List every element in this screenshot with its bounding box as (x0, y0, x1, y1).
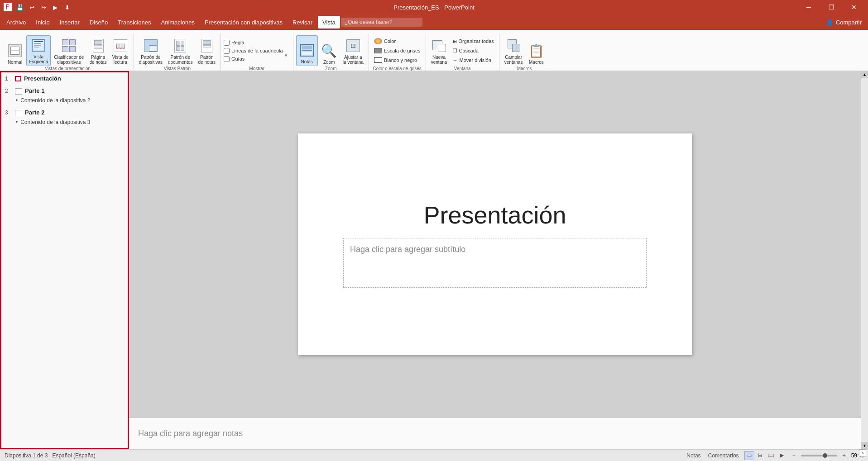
outline-num-3: 3 (5, 109, 12, 116)
outline-item-3[interactable]: 3 Parte 2 • Contenido de la diapositiva … (1, 106, 128, 128)
notes-master-label: Patrónde notas (198, 55, 216, 65)
slide-subtitle-box[interactable]: Haga clic para agregar subtítulo (343, 238, 647, 288)
search-input[interactable] (341, 18, 422, 27)
move-split-label: Mover división (460, 57, 491, 63)
cascade-button[interactable]: ❐ Cascada (451, 46, 496, 55)
bullet-dot-icon: • (16, 97, 18, 104)
macros-button[interactable]: 📋 Macros (526, 35, 547, 66)
gridlines-checkbox[interactable] (224, 48, 230, 54)
guides-label: Guías (231, 56, 245, 62)
move-split-button[interactable]: ↔ Mover división (451, 56, 496, 65)
slide-sorter-button[interactable]: Clasificador dediapositivas (52, 35, 86, 66)
guides-checkbox[interactable] (224, 56, 230, 62)
outline-item-1[interactable]: 1 Presentación (1, 72, 128, 85)
zoom-in-button[interactable]: + (841, 451, 848, 460)
ribbon-group-items-show: Regla Líneas de la cuadrícula Guías ▼ (224, 33, 290, 66)
notes-page-button[interactable]: Páginade notas (87, 35, 109, 66)
slide[interactable]: Presentación Haga clic para agregar subt… (298, 133, 692, 355)
normal-view-status-button[interactable]: ▭ (744, 451, 754, 460)
title-bar-left: 🅿 💾 ↩ ↪ ▶ ⬇ (4, 2, 72, 13)
fit-window-button[interactable]: ⊡ Ajustar ala ventana (340, 35, 366, 66)
ribbon-group-zoom: Notas 🔍 Zoom ⊡ Ajustar ala ventana Zoom (293, 33, 369, 71)
main-area: 1 Presentación 2 Parte 1 • Contenido de … (0, 71, 868, 449)
normal-view-label: Normal (8, 60, 22, 65)
notes-toggle-button[interactable]: Notas (296, 35, 318, 66)
change-windows-button[interactable]: ↕ Cambiarventanas (502, 35, 525, 66)
menu-archivo[interactable]: Archivo (2, 16, 30, 29)
quick-access-toolbar: 💾 ↩ ↪ ▶ ⬇ (14, 2, 72, 13)
right-scrollbar[interactable]: ▲ ▼ (861, 71, 868, 449)
comments-status-button[interactable]: Comentarios (706, 451, 741, 460)
scroll-down-button[interactable]: ▼ (861, 442, 868, 449)
undo-button[interactable]: ↩ (26, 2, 37, 13)
language-info: Español (España) (52, 452, 95, 459)
outline-content-text-2-0: Contenido de la diapositiva 2 (20, 97, 90, 104)
outline-view-button[interactable]: VistaEsquema (26, 35, 51, 66)
new-window-button[interactable]: Nuevaventana (429, 35, 450, 66)
close-button[interactable]: ✕ (844, 0, 864, 14)
outline-item-2[interactable]: 2 Parte 1 • Contenido de la diapositiva … (1, 85, 128, 106)
ribbon-group-macros: ↕ Cambiarventanas 📋 Macros Macros (499, 33, 550, 71)
customize-qa-button[interactable]: ⬇ (62, 2, 72, 13)
show-checkboxes: Regla Líneas de la cuadrícula Guías (224, 35, 283, 66)
bullet-dot-icon-3: • (16, 119, 18, 125)
notes-placeholder: Haga clic para agregar notas (138, 429, 243, 438)
menu-insertar[interactable]: Insertar (55, 16, 84, 29)
gridlines-checkbox-row[interactable]: Líneas de la cuadrícula (224, 47, 283, 55)
bw-label: Blanco y negro (384, 57, 417, 63)
normal-view-button[interactable]: Normal (5, 35, 25, 66)
ruler-checkbox-row[interactable]: Regla (224, 39, 283, 47)
sorter-view-status-button[interactable]: ⊞ (755, 451, 765, 460)
macros-label: Macros (529, 60, 544, 65)
menu-animaciones[interactable]: Animaciones (156, 16, 199, 29)
menu-transiciones[interactable]: Transiciones (113, 16, 155, 29)
reading-view-button[interactable]: 📖 Vista delectura (110, 35, 131, 66)
zoom-button[interactable]: 🔍 Zoom (319, 35, 340, 66)
outline-title-1: Presentación (24, 75, 61, 82)
color-button[interactable]: Color (372, 37, 423, 46)
menu-diseno[interactable]: Diseño (85, 16, 112, 29)
present-button[interactable]: ▶ (50, 2, 61, 13)
menu-revisar[interactable]: Revisar (288, 16, 317, 29)
title-bar: 🅿 💾 ↩ ↪ ▶ ⬇ Presentación_ES - PowerPoint… (0, 0, 868, 14)
minimize-button[interactable]: ─ (798, 0, 819, 14)
ruler-checkbox[interactable] (224, 40, 230, 46)
scroll-up-button[interactable]: ▲ (861, 71, 868, 78)
zoom-out-button[interactable]: − (791, 451, 797, 460)
present-view-status-button[interactable]: ▶ (777, 451, 787, 460)
slide-info: Diapositiva 1 de 3 (5, 452, 48, 459)
menu-presentacion[interactable]: Presentación con diapositivas (200, 16, 287, 29)
slide-master-icon (143, 38, 159, 54)
slide-master-button[interactable]: Patrón dediapositivas (137, 35, 165, 66)
collapse-ribbon-button[interactable]: ∧ (859, 449, 866, 456)
guides-checkbox-row[interactable]: Guías (224, 55, 283, 63)
outline-num-1: 1 (5, 75, 12, 82)
handout-master-button[interactable]: Patrón dedocumentos (166, 35, 195, 66)
ribbon-group-views: Normal VistaEsquema (2, 33, 134, 71)
notes-status-button[interactable]: Notas (685, 451, 702, 460)
normal-view-icon (7, 43, 23, 59)
slide-sorter-label: Clasificador dediapositivas (54, 55, 84, 65)
notes-area[interactable]: Haga clic para agregar notas (129, 418, 861, 449)
menu-inicio[interactable]: Inicio (31, 16, 54, 29)
grayscale-button[interactable]: Escala de grises (372, 46, 423, 55)
outline-slide-icon-3 (15, 110, 22, 116)
menu-vista[interactable]: Vista (318, 16, 340, 29)
bw-button[interactable]: Blanco y negro (372, 56, 423, 65)
zoom-slider[interactable] (801, 455, 837, 456)
outline-title-text-1: Presentación (24, 75, 61, 82)
notes-master-button[interactable]: Patrónde notas (196, 35, 218, 66)
show-expand-btn[interactable]: ▼ (284, 35, 290, 66)
redo-button[interactable]: ↪ (38, 2, 49, 13)
zoom-icon: 🔍 (321, 43, 337, 59)
grayscale-label: Escala de grises (384, 48, 421, 53)
grayscale-icon (374, 48, 382, 53)
reading-view-status-button[interactable]: 📖 (766, 451, 776, 460)
notes-toggle-label: Notas (301, 59, 313, 64)
outline-title-text-2: Parte 1 (25, 87, 44, 94)
restore-button[interactable]: ❐ (821, 0, 842, 14)
save-button[interactable]: 💾 (14, 2, 25, 13)
arrange-all-button[interactable]: ⊞ Organizar todas (451, 37, 496, 46)
share-button[interactable]: 👤 Compartir (821, 17, 866, 28)
outline-view-icon (30, 37, 47, 53)
